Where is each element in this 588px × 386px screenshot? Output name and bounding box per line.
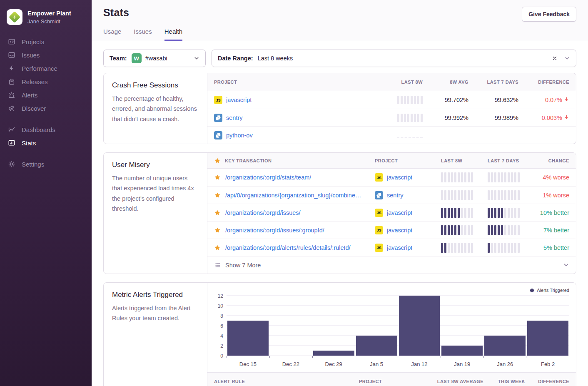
crash-free-table: ProjectLast 8w8w AvgLast 7 DaysDifferenc… [207,73,576,144]
sidebar-item-dashboards[interactable]: Dashboards [0,123,92,136]
x-tick-label: Jan 5 [355,361,398,367]
panel-description: The number of unique users that experien… [112,173,199,214]
y-tick-label: 6 [220,323,223,329]
key-transaction-star-icon[interactable] [214,174,221,181]
sidebar-item-projects[interactable]: Projects [0,35,92,48]
project-link[interactable]: sentry [226,115,243,121]
misery-score-bar [441,208,488,218]
y-tick-label: 0 [220,353,223,359]
misery-score-bar [488,190,534,200]
discover-icon [8,105,15,112]
difference-value: 0.003% [518,115,569,121]
key-transaction-star-icon[interactable] [214,192,221,199]
transaction-link[interactable]: /organizations/:orgId/alerts/rules/detai… [225,244,351,251]
misery-score-bar [441,225,488,235]
column-header: Alert Rule [214,379,359,384]
project-link[interactable]: javascript [387,227,412,234]
column-header: Key Transaction [214,157,375,164]
key-transaction-star-icon[interactable] [214,227,221,234]
misery-score-bar [441,243,488,253]
sidebar-item-performance[interactable]: Performance [0,62,92,75]
sidebar-item-issues[interactable]: Issues [0,48,92,62]
x-tick-label: Dec 15 [227,361,269,367]
lightning-bolt-icon [7,9,22,25]
dashboards-icon [8,126,15,133]
bar-column [269,296,312,356]
transaction-link[interactable]: /organizations/:orgId/stats/team/ [225,174,311,181]
javascript-platform-icon: JS [375,209,383,217]
avg-value: – [465,132,468,139]
y-tick-label: 2 [220,343,223,349]
column-header: Difference [538,80,569,85]
performance-icon [8,65,15,72]
project-link[interactable]: javascript [387,244,412,251]
sidebar-item-settings[interactable]: Settings [0,157,92,171]
transaction-link[interactable]: /organizations/:orgId/issues/ [225,209,301,216]
metric-alerts-panel: Metric Alerts Triggered Alerts triggered… [103,282,576,386]
team-select[interactable]: Team: W #wasabi [103,50,206,67]
column-header: Last 8w [401,80,423,85]
transaction-link[interactable]: /organizations/:orgId/issues/:groupId/ [225,227,324,234]
sparkline-empty [397,132,423,138]
sidebar-item-label: Settings [22,161,44,168]
releases-icon [8,78,15,85]
sidebar-item-label: Discover [22,105,46,112]
sidebar-item-releases[interactable]: Releases [0,75,92,88]
content: Team: W #wasabi Date Range: Last 8 weeks [92,41,588,386]
bar [441,346,483,356]
user-misery-table-header: Key TransactionProjectLast 8wLast 7 Days… [207,153,576,169]
bar-column [312,296,355,356]
transaction-link[interactable]: /api/0/organizations/{organization_slug}… [225,192,361,199]
tab-health[interactable]: Health [164,28,182,41]
project-link[interactable]: python-ov [226,132,253,139]
y-tick-label: 12 [218,293,223,299]
x-tick-label: Jan 26 [483,361,526,367]
user-misery-description-panel: User Misery The number of unique users t… [104,153,207,274]
sidebar-nav: Projects Issues Performance Releases Ale… [0,35,92,171]
y-tick-label: 8 [220,313,223,319]
project-link[interactable]: javascript [387,209,412,216]
user-misery-table: Key TransactionProjectLast 8wLast 7 Days… [207,153,576,274]
metric-alerts-body: Alerts Triggered 024681012 Dec 15Dec 22D… [207,283,576,386]
date-range-select[interactable]: Date Range: Last 8 weeks [212,50,576,67]
tab-issues[interactable]: Issues [134,28,152,41]
clear-date-range-icon[interactable] [552,55,558,61]
bar [356,336,397,356]
tab-usage[interactable]: Usage [103,28,121,41]
avg-value: 99.992% [445,115,468,121]
table-row: JSjavascript 99.702% 99.632% 0.07% [207,91,576,109]
metric-alerts-description-panel: Metric Alerts Triggered Alerts triggered… [104,283,207,386]
project-link[interactable]: javascript [226,97,252,103]
list-icon [214,262,221,269]
chart-legend: Alerts Triggered [214,286,569,296]
org-switcher[interactable]: Empower Plant Jane Schmidt [0,7,92,35]
bar-column [526,296,569,356]
team-value: #wasabi [145,55,167,62]
arrow-down-icon [564,97,569,103]
sidebar-item-stats[interactable]: Stats [0,136,92,149]
project-link[interactable]: javascript [387,174,412,181]
give-feedback-button[interactable]: Give Feedback [522,7,576,22]
page-header: Stats Give Feedback UsageIssuesHealth [92,0,588,41]
bar-column [441,296,483,356]
sidebar-item-label: Stats [22,139,36,147]
key-transaction-star-icon[interactable] [214,244,221,251]
key-transaction-star-icon[interactable] [214,209,221,216]
javascript-platform-icon: JS [375,173,383,182]
projects-icon [8,38,15,45]
chevron-down-icon [194,55,199,61]
show-more-row[interactable]: Show 7 More [207,256,576,274]
x-tick-label: Dec 22 [269,361,312,367]
sidebar-item-discover[interactable]: Discover [0,102,92,115]
last-7-days-value: 99.989% [495,115,518,121]
sidebar-item-alerts[interactable]: Alerts [0,88,92,102]
column-header: Change [548,158,569,163]
bar-column [355,296,398,356]
project-link[interactable]: sentry [387,192,404,199]
issues-icon [8,51,15,59]
sparkline [397,96,423,104]
sidebar-item-label: Issues [22,52,40,59]
org-name: Empower Plant [27,10,71,17]
python-platform-icon [214,131,222,139]
table-row: /organizations/:orgId/alerts/rules/detai… [207,239,576,256]
